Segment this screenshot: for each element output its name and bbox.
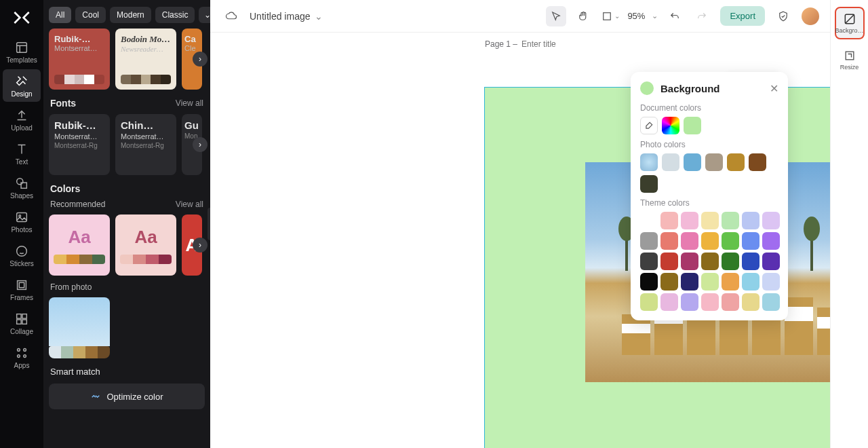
color-swatch[interactable]: [762, 273, 780, 291]
hand-tool-icon[interactable]: [573, 6, 593, 26]
nav-frames[interactable]: Frames: [3, 273, 41, 305]
color-swatch[interactable]: [701, 293, 719, 311]
nav-photos[interactable]: Photos: [3, 205, 41, 238]
color-swatch[interactable]: [762, 212, 780, 229]
style-card[interactable]: Rubik-…Montserrat…: [49, 29, 110, 90]
font-card[interactable]: Chin…Montserrat…Montserrat-Rg: [115, 114, 176, 175]
color-swatch[interactable]: [684, 117, 701, 134]
color-swatch[interactable]: [660, 253, 678, 270]
photo-thumb-swatch[interactable]: [640, 153, 658, 171]
color-swatch[interactable]: [742, 253, 760, 270]
cloud-sync-icon[interactable]: [221, 6, 241, 26]
color-swatch[interactable]: [762, 293, 780, 311]
theme-colors-grid: [640, 212, 778, 311]
eyedropper-icon[interactable]: [640, 117, 658, 134]
color-swatch[interactable]: [722, 273, 739, 291]
undo-icon[interactable]: [665, 6, 685, 26]
color-swatch[interactable]: [640, 232, 658, 250]
shield-icon[interactable]: [773, 6, 793, 26]
color-swatch[interactable]: [660, 232, 678, 250]
nav-upload[interactable]: Upload: [3, 103, 41, 136]
page-title-input[interactable]: [521, 39, 576, 49]
svg-rect-3: [17, 212, 27, 221]
color-swatch[interactable]: [681, 273, 698, 291]
tabs-more[interactable]: ⌄: [199, 7, 210, 23]
svg-rect-23: [846, 52, 854, 60]
color-swatch[interactable]: [742, 293, 760, 311]
nav-apps[interactable]: Apps: [3, 341, 41, 373]
color-swatch[interactable]: [749, 153, 766, 171]
color-swatch[interactable]: [705, 153, 723, 171]
color-swatch[interactable]: [762, 253, 780, 270]
color-swatch[interactable]: [727, 153, 745, 171]
rail-background[interactable]: Backgro…: [835, 7, 865, 39]
color-swatch[interactable]: [701, 273, 719, 291]
color-swatch[interactable]: [762, 232, 780, 250]
photo-palette-card[interactable]: [49, 297, 110, 358]
tab-all[interactable]: All: [49, 7, 71, 23]
color-swatch[interactable]: [681, 212, 698, 229]
tab-modern[interactable]: Modern: [110, 7, 151, 23]
color-card[interactable]: Aa: [115, 214, 176, 276]
color-swatch[interactable]: [640, 212, 658, 229]
color-wheel-swatch[interactable]: [662, 117, 679, 134]
nav-collage[interactable]: Collage: [3, 307, 41, 339]
nav-label: Text: [16, 158, 28, 166]
export-button[interactable]: Export: [720, 6, 765, 26]
color-swatch[interactable]: [701, 253, 719, 270]
color-swatch[interactable]: [640, 273, 658, 291]
color-swatch[interactable]: [684, 153, 701, 171]
scroll-next-icon[interactable]: ›: [193, 52, 208, 67]
zoom-chevron-icon[interactable]: ⌄: [652, 12, 658, 20]
close-icon[interactable]: ✕: [770, 82, 778, 95]
color-swatch[interactable]: [662, 153, 679, 171]
nav-label: Collage: [10, 328, 33, 335]
rail-label: Resize: [840, 64, 859, 71]
tab-classic[interactable]: Classic: [155, 7, 195, 23]
redo-icon[interactable]: [692, 6, 712, 26]
color-swatch[interactable]: [640, 175, 658, 193]
viewall-colors[interactable]: View all: [176, 200, 203, 209]
style-card[interactable]: Bodoin Mo…Newsreader…: [115, 29, 176, 90]
color-swatch[interactable]: [742, 273, 760, 291]
color-swatch[interactable]: [640, 253, 658, 270]
color-swatch[interactable]: [722, 253, 739, 270]
document-title[interactable]: Untitled image⌄: [250, 11, 323, 22]
scroll-next-icon[interactable]: ›: [193, 238, 208, 253]
cursor-tool-icon[interactable]: [546, 6, 566, 26]
color-swatch[interactable]: [722, 232, 739, 250]
nav-design[interactable]: Design: [3, 69, 41, 102]
color-swatch[interactable]: [701, 212, 719, 229]
doc-colors-row: [640, 117, 778, 134]
color-swatch[interactable]: [701, 232, 719, 250]
scroll-next-icon[interactable]: ›: [193, 137, 208, 152]
app-logo[interactable]: [11, 7, 33, 29]
color-swatch[interactable]: [722, 212, 739, 229]
optimize-color-button[interactable]: Optimize color: [49, 384, 205, 409]
color-swatch[interactable]: [660, 273, 678, 291]
section-colors: Colors: [50, 183, 80, 194]
color-swatch[interactable]: [742, 212, 760, 229]
rail-resize[interactable]: Resize: [835, 45, 865, 75]
color-swatch[interactable]: [722, 293, 739, 311]
section-fonts: Fonts: [50, 98, 76, 109]
zoom-level[interactable]: 95%: [627, 11, 645, 21]
color-swatch[interactable]: [660, 212, 678, 229]
color-swatch[interactable]: [681, 253, 698, 270]
nav-shapes[interactable]: Shapes: [3, 171, 41, 204]
nav-templates[interactable]: Templates: [3, 35, 41, 68]
viewall-fonts[interactable]: View all: [176, 98, 203, 108]
nav-text[interactable]: Text: [3, 137, 41, 170]
font-card[interactable]: Rubik-…Montserrat…Montserrat-Rg: [49, 114, 110, 175]
color-swatch[interactable]: [660, 293, 678, 311]
color-swatch[interactable]: [742, 232, 760, 250]
color-card[interactable]: Aa: [49, 214, 110, 276]
nav-stickers[interactable]: Stickers: [3, 239, 41, 272]
avatar[interactable]: [802, 7, 819, 25]
crop-tool-icon[interactable]: ⌄: [600, 6, 620, 26]
tab-cool[interactable]: Cool: [75, 7, 106, 23]
color-swatch[interactable]: [640, 293, 658, 311]
color-swatch[interactable]: [681, 293, 698, 311]
photo-colors-label: Photo colors: [640, 140, 778, 149]
color-swatch[interactable]: [681, 232, 698, 250]
